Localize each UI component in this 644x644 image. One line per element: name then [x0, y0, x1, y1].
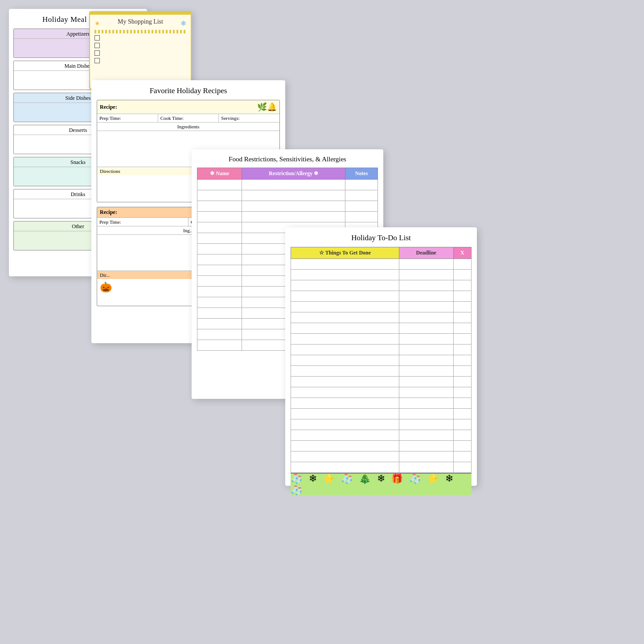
fr-name-cell[interactable] — [197, 297, 242, 308]
todo-task-cell[interactable] — [291, 355, 399, 366]
todo-deadline-cell[interactable] — [399, 270, 454, 280]
todo-task-cell[interactable] — [291, 430, 399, 441]
fr-name-cell[interactable] — [197, 180, 242, 190]
todo-deadline-cell[interactable] — [399, 366, 454, 377]
todo-x-cell[interactable] — [453, 419, 472, 430]
todo-deadline-cell[interactable] — [399, 323, 454, 334]
todo-x-cell[interactable] — [453, 312, 472, 323]
fr-name-cell[interactable] — [197, 201, 242, 212]
todo-deadline-cell[interactable] — [399, 345, 454, 355]
todo-x-cell[interactable] — [453, 430, 472, 441]
fr-restriction-cell[interactable] — [242, 201, 345, 212]
todo-task-cell[interactable] — [291, 409, 399, 419]
todo-x-cell[interactable] — [453, 302, 472, 312]
footer-decorations: 🧦 ❄ ⭐ 🧦 🎄 ❄ 🎁 🧦 ⭐ ❄ 🧦 — [291, 473, 472, 495]
todo-x-cell[interactable] — [453, 345, 472, 355]
todo-task-cell[interactable] — [291, 312, 399, 323]
todo-x-cell[interactable] — [453, 462, 472, 473]
todo-deadline-cell[interactable] — [399, 259, 454, 270]
todo-x-cell[interactable] — [453, 398, 472, 409]
todo-x-cell[interactable] — [453, 409, 472, 419]
todo-x-cell[interactable] — [453, 366, 472, 377]
todo-task-cell[interactable] — [291, 323, 399, 334]
squiggle-divider — [94, 30, 186, 33]
todo-x-cell[interactable] — [453, 291, 472, 302]
todo-deadline-cell[interactable] — [399, 430, 454, 441]
todo-deadline-cell[interactable] — [399, 302, 454, 312]
fr-notes-cell[interactable] — [345, 212, 378, 222]
fr-name-cell[interactable] — [197, 319, 242, 329]
shopping-list-title: My Shopping List — [102, 18, 179, 25]
todo-x-cell[interactable] — [453, 451, 472, 462]
todo-task-cell[interactable] — [291, 462, 399, 473]
todo-x-cell[interactable] — [453, 441, 472, 451]
todo-task-cell[interactable] — [291, 398, 399, 409]
fr-notes-cell[interactable] — [345, 190, 378, 201]
todo-deadline-cell[interactable] — [399, 334, 454, 345]
todo-x-cell[interactable] — [453, 323, 472, 334]
todo-x-cell[interactable] — [453, 387, 472, 398]
todo-deadline-cell[interactable] — [399, 355, 454, 366]
todo-task-cell[interactable] — [291, 280, 399, 291]
todo-task-cell[interactable] — [291, 291, 399, 302]
todo-task-cell[interactable] — [291, 419, 399, 430]
todo-x-cell[interactable] — [453, 270, 472, 280]
todo-task-cell[interactable] — [291, 345, 399, 355]
fr-name-cell[interactable] — [197, 287, 242, 297]
todo-task-cell[interactable] — [291, 302, 399, 312]
fr-name-cell[interactable] — [197, 212, 242, 222]
fr-name-cell[interactable] — [197, 254, 242, 265]
fr-name-cell[interactable] — [197, 244, 242, 254]
fr-restriction-cell[interactable] — [242, 190, 345, 201]
fr-name-cell[interactable] — [197, 222, 242, 233]
recipe-2-label: Recipe: — [100, 209, 117, 216]
todo-deadline-cell[interactable] — [399, 441, 454, 451]
recipe-1-top-row: Recipe: 🌿🔔 — [97, 100, 279, 114]
fr-name-cell[interactable] — [197, 276, 242, 287]
fr-restriction-cell[interactable] — [242, 212, 345, 222]
todo-x-cell[interactable] — [453, 334, 472, 345]
fr-name-cell[interactable] — [197, 340, 242, 351]
todo-deadline-cell[interactable] — [399, 398, 454, 409]
todo-task-cell[interactable] — [291, 366, 399, 377]
checkbox-2[interactable] — [94, 43, 100, 48]
fr-name-cell[interactable] — [197, 233, 242, 244]
todo-table-row — [291, 259, 472, 270]
todo-task-cell[interactable] — [291, 377, 399, 387]
todo-deadline-cell[interactable] — [399, 409, 454, 419]
fr-name-cell[interactable] — [197, 190, 242, 201]
checkbox-3[interactable] — [94, 50, 100, 56]
fr-name-cell[interactable] — [197, 308, 242, 319]
todo-x-cell[interactable] — [453, 259, 472, 270]
checkbox-1[interactable] — [94, 35, 100, 41]
todo-x-cell[interactable] — [453, 377, 472, 387]
todo-task-cell[interactable] — [291, 441, 399, 451]
fr-table-row — [197, 212, 378, 222]
todo-task-cell[interactable] — [291, 387, 399, 398]
todo-deadline-cell[interactable] — [399, 419, 454, 430]
todo-deadline-cell[interactable] — [399, 312, 454, 323]
fr-notes-cell[interactable] — [345, 180, 378, 190]
todo-x-cell[interactable] — [453, 355, 472, 366]
fr-notes-cell[interactable] — [345, 201, 378, 212]
fr-name-cell[interactable] — [197, 329, 242, 340]
todo-deadline-cell[interactable] — [399, 451, 454, 462]
todo-task-cell[interactable] — [291, 451, 399, 462]
fr-table-row — [197, 180, 378, 190]
todo-table-row — [291, 366, 472, 377]
todo-task-cell[interactable] — [291, 334, 399, 345]
todo-x-cell[interactable] — [453, 280, 472, 291]
todo-table-body — [291, 259, 472, 473]
fr-name-cell[interactable] — [197, 265, 242, 276]
todo-list-card: Holiday To-Do List ☆ Things To Get Done … — [285, 227, 477, 486]
fr-restriction-cell[interactable] — [242, 180, 345, 190]
todo-task-cell[interactable] — [291, 259, 399, 270]
todo-deadline-cell[interactable] — [399, 280, 454, 291]
todo-deadline-cell[interactable] — [399, 377, 454, 387]
checkbox-4[interactable] — [94, 58, 100, 63]
todo-deadline-cell[interactable] — [399, 462, 454, 473]
todo-task-cell[interactable] — [291, 270, 399, 280]
todo-deadline-cell[interactable] — [399, 387, 454, 398]
todo-deadline-cell[interactable] — [399, 291, 454, 302]
prep-time-label-1: Prep Time: — [97, 114, 158, 122]
